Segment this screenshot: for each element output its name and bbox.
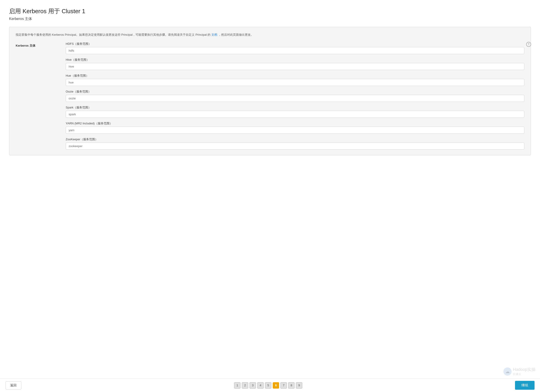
field-group-3: Oozie（服务范围） — [66, 90, 524, 102]
page-num-9[interactable]: 9 — [296, 382, 302, 389]
page-container: 启用 Kerberos 用于 Cluster 1 Kerberos 主体 指定群… — [0, 0, 540, 183]
field-input-2[interactable] — [66, 79, 524, 86]
field-input-5[interactable] — [66, 127, 524, 134]
bottom-bar: 返回 123456789 继续 — [0, 378, 540, 392]
back-button[interactable]: 返回 — [5, 381, 21, 389]
field-group-2: Hue（服务范围） — [66, 74, 524, 86]
page-num-2[interactable]: 2 — [242, 382, 248, 389]
form-label: Kerberos 主体 — [16, 42, 61, 48]
watermark-icon: ☁ — [503, 367, 512, 376]
field-group-6: ZooKeeper（服务范围） — [66, 137, 524, 150]
field-label-2: Hue（服务范围） — [66, 74, 524, 78]
form-fields-col: ? HDFS（服务范围）Hive（服务范围）Hue（服务范围）Oozie（服务范… — [66, 42, 524, 150]
page-num-4[interactable]: 4 — [257, 382, 264, 389]
field-label-6: ZooKeeper（服务范围） — [66, 137, 524, 141]
field-input-4[interactable] — [66, 111, 524, 118]
field-label-4: Spark（服务范围） — [66, 106, 524, 110]
watermark-text: Hadoop实操 — [513, 367, 535, 372]
field-input-6[interactable] — [66, 143, 524, 150]
watermark: ☁ Hadoop实操 亿速云 — [503, 367, 535, 376]
fields-container: HDFS（服务范围）Hive（服务范围）Hue（服务范围）Oozie（服务范围）… — [66, 42, 524, 150]
watermark-sub: 亿速云 — [513, 372, 535, 376]
page-num-6[interactable]: 6 — [273, 382, 279, 389]
field-label-3: Oozie（服务范围） — [66, 90, 524, 94]
main-card: 指定群集中每个服务使用的 Kerberos Principal。如果您决定使用默… — [9, 27, 531, 155]
field-label-0: HDFS（服务范围） — [66, 42, 524, 46]
field-group-1: Hive（服务范围） — [66, 58, 524, 70]
field-group-5: YARN (MR2 Included)（服务范围） — [66, 121, 524, 134]
page-num-8[interactable]: 8 — [288, 382, 295, 389]
page-num-5[interactable]: 5 — [265, 382, 271, 389]
field-input-3[interactable] — [66, 95, 524, 102]
field-input-0[interactable] — [66, 47, 524, 54]
page-num-3[interactable]: 3 — [250, 382, 256, 389]
field-group-0: HDFS（服务范围） — [66, 42, 524, 54]
field-label-5: YARN (MR2 Included)（服务范围） — [66, 121, 524, 126]
field-group-4: Spark（服务范围） — [66, 106, 524, 118]
page-num-7[interactable]: 7 — [280, 382, 287, 389]
continue-button[interactable]: 继续 — [515, 381, 535, 390]
docs-link[interactable]: 文档 — [211, 33, 217, 36]
field-input-1[interactable] — [66, 63, 524, 70]
help-icon[interactable]: ? — [526, 42, 531, 47]
page-num-1[interactable]: 1 — [234, 382, 240, 389]
page-title: 启用 Kerberos 用于 Cluster 1 — [9, 7, 531, 15]
page-subtitle: Kerberos 主体 — [9, 17, 531, 21]
pagination: 123456789 — [234, 382, 302, 389]
form-row: Kerberos 主体 ? HDFS（服务范围）Hive（服务范围）Hue（服务… — [16, 42, 524, 150]
field-label-1: Hive（服务范围） — [66, 58, 524, 62]
card-description: 指定群集中每个服务使用的 Kerberos Principal。如果您决定使用默… — [16, 33, 524, 37]
